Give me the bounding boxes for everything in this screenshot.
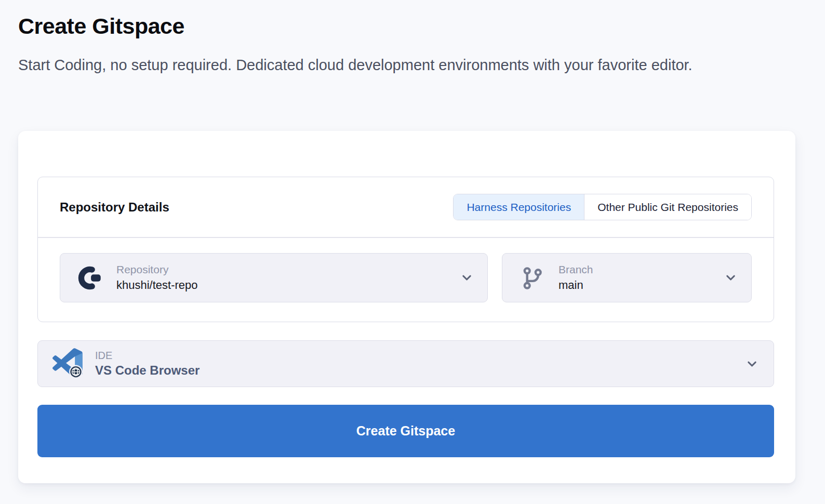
tab-other-public-git-repositories[interactable]: Other Public Git Repositories	[584, 194, 751, 220]
page-title: Create Gitspace	[18, 14, 184, 39]
branch-field-value: main	[558, 278, 593, 292]
branch-field-labels: Branch main	[558, 263, 593, 292]
chevron-down-icon	[745, 357, 759, 371]
vscode-browser-icon	[52, 348, 84, 379]
ide-field-labels: IDE VS Code Browser	[95, 350, 199, 378]
ide-field-value: VS Code Browser	[95, 363, 199, 378]
chevron-down-icon	[460, 271, 474, 285]
repository-field-value: khushi/test-repo	[116, 278, 198, 292]
git-branch-icon	[516, 266, 547, 290]
create-gitspace-card: Repository Details Harness Repositories …	[18, 131, 795, 483]
section-title: Repository Details	[60, 200, 169, 215]
create-gitspace-page: Create Gitspace Start Coding, no setup r…	[0, 0, 825, 504]
repository-field-labels: Repository khushi/test-repo	[116, 263, 198, 292]
repository-fields-row: Repository khushi/test-repo	[38, 238, 774, 317]
repository-details-section: Repository Details Harness Repositories …	[37, 177, 774, 322]
branch-select[interactable]: Branch main	[502, 253, 752, 302]
chevron-down-icon	[724, 271, 738, 285]
ide-select[interactable]: IDE VS Code Browser	[37, 340, 774, 387]
create-gitspace-button[interactable]: Create Gitspace	[37, 405, 774, 457]
repository-field-label: Repository	[116, 263, 198, 276]
repository-icon	[74, 263, 105, 293]
tab-harness-repositories[interactable]: Harness Repositories	[454, 194, 584, 220]
page-subtitle: Start Coding, no setup required. Dedicat…	[18, 53, 771, 77]
repository-details-header: Repository Details Harness Repositories …	[38, 177, 774, 238]
repo-source-toggle: Harness Repositories Other Public Git Re…	[453, 194, 752, 220]
branch-field-label: Branch	[558, 263, 593, 276]
ide-field-label: IDE	[95, 350, 199, 362]
repository-select[interactable]: Repository khushi/test-repo	[60, 253, 488, 302]
